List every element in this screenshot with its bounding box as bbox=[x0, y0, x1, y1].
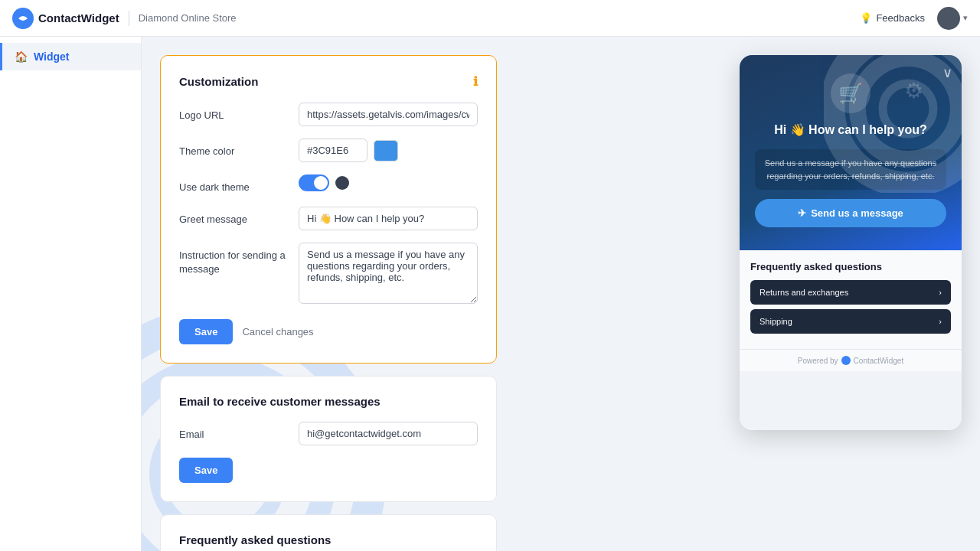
dark-mode-icon bbox=[335, 176, 349, 190]
preview-close-icon[interactable]: ∨ bbox=[942, 64, 952, 81]
email-card-title-text: Email to receive customer messages bbox=[179, 395, 381, 408]
instruction-row: Instruction for sending a message Send u… bbox=[179, 243, 478, 307]
greet-message-label: Greet message bbox=[179, 207, 286, 227]
preview-faq-title: Frequently asked questions bbox=[750, 261, 951, 272]
greet-message-input[interactable] bbox=[299, 207, 478, 230]
preview-faq-item-1[interactable]: Shipping › bbox=[750, 309, 951, 334]
sidebar-item-widget[interactable]: 🏠 Widget bbox=[0, 43, 141, 70]
email-control bbox=[299, 422, 478, 445]
faq-card-title: Frequently asked questions bbox=[179, 533, 478, 546]
toggle-slider bbox=[299, 174, 329, 191]
email-card-title: Email to receive customer messages bbox=[179, 395, 478, 408]
powered-brand-text: ContactWidget bbox=[854, 357, 904, 365]
logo-url-row: Logo URL bbox=[179, 103, 478, 126]
customization-card: Customization ℹ Logo URL Theme color bbox=[160, 55, 497, 364]
sidebar-item-label: Widget bbox=[34, 51, 70, 63]
dark-theme-row: Use dark theme bbox=[179, 174, 478, 194]
store-name: Diamond Online Store bbox=[139, 12, 237, 24]
faq-chevron-0: › bbox=[939, 288, 942, 297]
instruction-control: Send us a message if you have any questi… bbox=[299, 243, 478, 307]
email-save-button[interactable]: Save bbox=[179, 458, 233, 483]
preview-send-label: Send us a message bbox=[811, 207, 903, 219]
preview-faq-item-0[interactable]: Returns and exchanges › bbox=[750, 280, 951, 305]
logo: ContactWidget bbox=[12, 8, 119, 29]
theme-color-input[interactable] bbox=[299, 139, 368, 162]
svg-point-7 bbox=[841, 356, 851, 365]
preview-body: Frequently asked questions Returns and e… bbox=[740, 250, 962, 349]
faq-card-title-text: Frequently asked questions bbox=[179, 533, 331, 546]
theme-color-row: Theme color bbox=[179, 139, 478, 162]
preview-circles bbox=[824, 55, 962, 193]
logo-url-input[interactable] bbox=[299, 103, 478, 126]
greet-message-row: Greet message bbox=[179, 207, 478, 230]
faq-card: Frequently asked questions bbox=[160, 514, 497, 551]
logo-url-control bbox=[299, 103, 478, 126]
email-label: Email bbox=[179, 422, 286, 442]
header: ContactWidget Diamond Online Store 💡 Fee… bbox=[0, 0, 980, 37]
main-layout: 🏠 Widget Customization ℹ Logo URL bbox=[0, 37, 980, 551]
sidebar: 🏠 Widget bbox=[0, 37, 142, 551]
avatar[interactable] bbox=[937, 7, 960, 30]
powered-logo-icon bbox=[841, 356, 851, 365]
save-button[interactable]: Save bbox=[179, 319, 233, 344]
email-card: Email to receive customer messages Email… bbox=[160, 376, 497, 502]
powered-by-text: Powered by bbox=[798, 357, 838, 365]
logo-icon bbox=[12, 8, 34, 29]
faq-chevron-1: › bbox=[939, 317, 942, 326]
chevron-down-icon: ▾ bbox=[963, 13, 968, 23]
email-input[interactable] bbox=[299, 422, 478, 445]
faq-item-label-0: Returns and exchanges bbox=[760, 288, 848, 297]
toggle-wrapper bbox=[299, 174, 478, 191]
gear-icon: ⚙ bbox=[904, 78, 923, 103]
dark-theme-toggle[interactable] bbox=[299, 174, 329, 191]
dark-theme-label: Use dark theme bbox=[179, 174, 286, 194]
feedbacks-icon: 💡 bbox=[860, 12, 872, 24]
info-icon: ℹ bbox=[473, 74, 478, 89]
dark-theme-control bbox=[299, 174, 478, 191]
preview-send-button[interactable]: ✈ Send us a message bbox=[755, 199, 946, 227]
theme-color-input-group bbox=[299, 139, 478, 162]
email-row: Email bbox=[179, 422, 478, 445]
preview-header: ⚙ ∨ 🛒 Hi 👋 How can I help you? Send us a… bbox=[740, 55, 962, 250]
content-area: Customization ℹ Logo URL Theme color bbox=[142, 37, 980, 551]
logo-text: ContactWidget bbox=[38, 11, 119, 24]
feedbacks-button[interactable]: 💡 Feedbacks bbox=[860, 12, 925, 24]
cancel-button[interactable]: Cancel changes bbox=[242, 326, 313, 337]
customization-btn-row: Save Cancel changes bbox=[179, 319, 478, 344]
customization-title-text: Customization bbox=[179, 75, 258, 88]
avatar-dropdown[interactable]: ▾ bbox=[937, 7, 968, 30]
logo-url-label: Logo URL bbox=[179, 103, 286, 122]
customization-title: Customization ℹ bbox=[179, 74, 478, 89]
widget-preview: ⚙ ∨ 🛒 Hi 👋 How can I help you? Send us a… bbox=[740, 55, 962, 430]
header-divider bbox=[129, 11, 129, 26]
email-btn-row: Save bbox=[179, 458, 478, 483]
send-icon: ✈ bbox=[798, 207, 806, 219]
feedbacks-label: Feedbacks bbox=[876, 12, 925, 24]
theme-color-label: Theme color bbox=[179, 139, 286, 158]
instruction-label: Instruction for sending a message bbox=[179, 243, 286, 276]
color-swatch[interactable] bbox=[374, 140, 398, 161]
home-icon: 🏠 bbox=[15, 51, 28, 63]
preview-powered: Powered by ContactWidget bbox=[740, 349, 962, 371]
header-right: 💡 Feedbacks ▾ bbox=[860, 7, 968, 30]
instruction-textarea[interactable]: Send us a message if you have any questi… bbox=[299, 243, 478, 304]
theme-color-control bbox=[299, 139, 478, 162]
greet-message-control bbox=[299, 207, 478, 230]
faq-item-label-1: Shipping bbox=[760, 317, 792, 326]
